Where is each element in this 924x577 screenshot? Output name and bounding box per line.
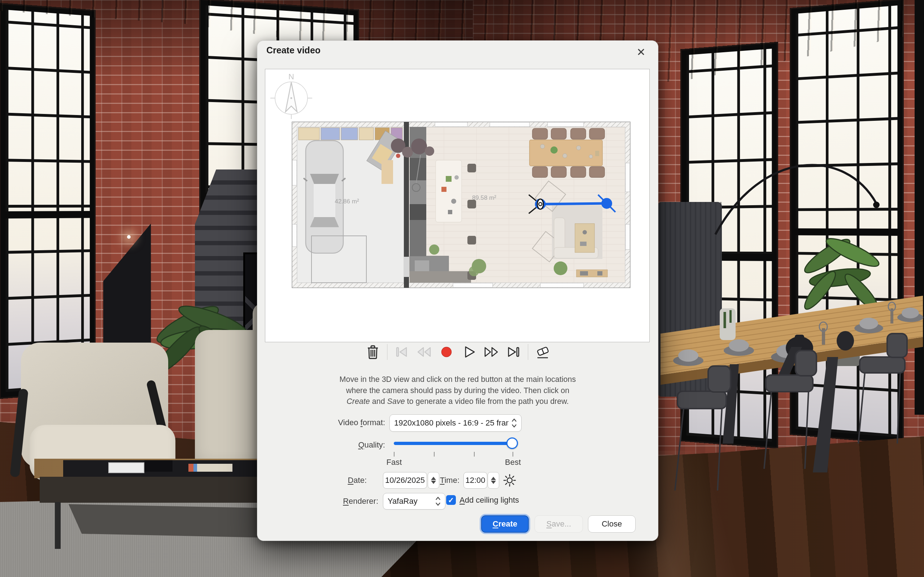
instructions-text: Move in the 3D view and click on the red… [257, 374, 658, 407]
quality-best-label: Best [497, 458, 529, 467]
renderer-label: Renderer: [257, 496, 378, 506]
create-video-dialog: Create video ✕ [257, 40, 658, 541]
small-red-item [396, 154, 400, 158]
rewind-icon [416, 344, 432, 360]
garage-area-label: 42.86 m² [334, 198, 359, 205]
living-rug [436, 160, 462, 222]
slider-tick [394, 452, 394, 456]
quality-slider-track[interactable] [394, 442, 514, 445]
black-book [144, 460, 173, 472]
slider-tick [434, 452, 435, 456]
compass-north-label: N [288, 72, 294, 81]
chevron-up-down-icon [512, 418, 517, 428]
fast-forward-icon[interactable] [483, 344, 499, 360]
dining-area [657, 126, 924, 577]
wall-lamp [127, 235, 131, 239]
quality-fast-label: Fast [378, 458, 410, 467]
save-button[interactable]: Save... [535, 515, 583, 533]
coffee-table-leg [55, 502, 61, 549]
garage-mat [381, 160, 393, 184]
skip-start-icon [393, 344, 410, 360]
compass-icon: N [270, 72, 312, 119]
close-button[interactable]: Close [588, 515, 636, 533]
play-icon[interactable] [460, 344, 477, 360]
time-field[interactable]: 12:00 [464, 472, 487, 488]
toolbar-separator [528, 344, 528, 360]
erase-icon[interactable] [534, 344, 551, 360]
media-bench [577, 270, 607, 277]
slider-tick [512, 452, 513, 456]
close-icon[interactable]: ✕ [633, 44, 649, 60]
renderer-select[interactable]: YafaRay [383, 493, 446, 509]
time-label: Time: [423, 475, 459, 485]
add-ceiling-lights-checkbox[interactable]: ✓ [446, 495, 456, 505]
screen: Create video ✕ [0, 0, 924, 577]
date-field[interactable]: 10/26/2025 [383, 472, 427, 488]
floor-plan: N [265, 69, 649, 342]
add-ceiling-lights-label[interactable]: Add ceiling lights [459, 495, 519, 505]
video-format-select[interactable]: 1920x1080 pixels - 16:9 - 25 frames... [389, 414, 522, 432]
create-button[interactable]: Create [481, 515, 529, 533]
magazine [108, 462, 144, 473]
toolbar-separator [387, 344, 388, 360]
skip-end-icon[interactable] [505, 344, 522, 360]
dialog-title: Create video [267, 45, 320, 56]
camera-path-preview[interactable]: N [265, 69, 650, 342]
quality-label: Quality: [257, 440, 385, 450]
daylight-sun-icon [503, 474, 517, 487]
time-stepper[interactable] [488, 472, 499, 488]
car-top-view [304, 141, 346, 253]
chevron-up-down-icon [435, 496, 441, 506]
window-left-1 [1, 4, 94, 397]
arc-lamp [716, 165, 876, 234]
video-path-toolbar [257, 344, 658, 360]
stepper-down-icon[interactable] [491, 481, 496, 484]
renderer-value: YafaRay [388, 496, 418, 506]
stepper-up-icon[interactable] [491, 477, 496, 480]
living-area-label: 89.58 m² [472, 194, 496, 201]
camera-path-end-point[interactable] [601, 198, 612, 209]
record-icon[interactable] [438, 344, 455, 360]
check-icon: ✓ [448, 496, 454, 504]
slider-tick [474, 452, 475, 456]
delete-path-icon[interactable] [365, 344, 381, 360]
quality-slider-thumb[interactable] [506, 437, 518, 449]
magazine-stack [188, 464, 233, 472]
video-format-value: 1920x1080 pixels - 16:9 - 25 frames... [394, 418, 509, 428]
date-label: Date: [257, 475, 367, 485]
video-format-label: Video format: [257, 418, 385, 427]
